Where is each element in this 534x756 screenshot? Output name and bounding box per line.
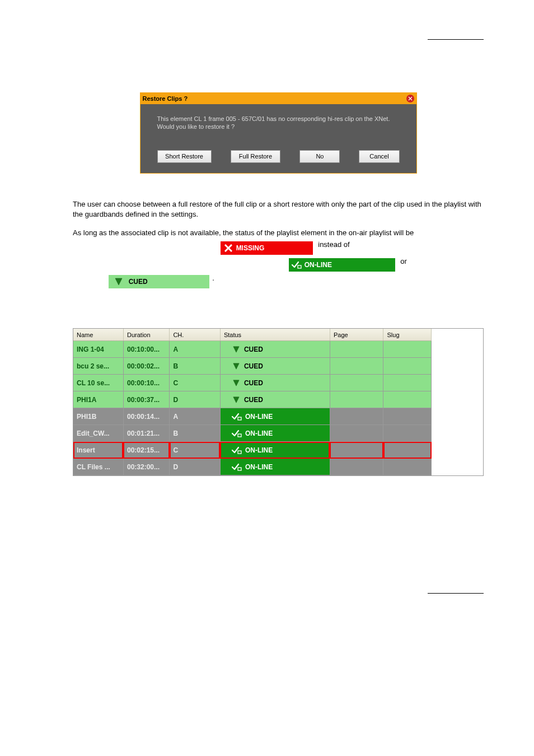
restore-dialog: Restore Clips ? This element CL 1 frame … bbox=[140, 92, 417, 174]
play-down-icon bbox=[232, 379, 241, 388]
status-badge-online: ON-LINE bbox=[289, 258, 395, 272]
status-badge-cued: CUED bbox=[109, 275, 209, 288]
playlist-table: Name Duration CH. Status Page Slug ING 1… bbox=[73, 328, 484, 476]
svg-rect-9 bbox=[238, 468, 241, 470]
description-text: The user can choose between a full resto… bbox=[73, 199, 484, 221]
play-down-icon bbox=[109, 278, 129, 286]
table-row[interactable]: CL Files ...00:32:00...DON-LINE bbox=[73, 459, 432, 475]
dialog-message-line2: Would you like to restore it ? bbox=[157, 123, 235, 130]
svg-rect-8 bbox=[238, 451, 241, 454]
cell-duration: 00:00:37... bbox=[124, 396, 169, 404]
cell-status: CUED bbox=[221, 395, 330, 404]
svg-marker-3 bbox=[233, 363, 239, 368]
cell-duration: 00:00:10... bbox=[124, 379, 169, 387]
th-status[interactable]: Status bbox=[220, 329, 330, 341]
cell-ch: B bbox=[170, 430, 219, 437]
th-duration[interactable]: Duration bbox=[123, 329, 169, 341]
play-down-icon bbox=[232, 395, 241, 404]
cell-ch: A bbox=[170, 346, 219, 353]
th-page[interactable]: Page bbox=[330, 329, 383, 341]
cell-status: ON-LINE bbox=[221, 463, 330, 472]
check-icon bbox=[232, 463, 242, 472]
cell-duration: 00:32:00... bbox=[124, 463, 169, 471]
th-name[interactable]: Name bbox=[73, 329, 123, 341]
paragraph-2c: or bbox=[400, 257, 407, 265]
no-button[interactable]: No bbox=[299, 150, 340, 163]
close-icon[interactable] bbox=[406, 95, 414, 102]
th-slug[interactable]: Slug bbox=[383, 329, 432, 341]
cell-ch: B bbox=[170, 362, 219, 370]
dialog-body: This element CL 1 frame 005 - 657C/01 ha… bbox=[140, 104, 416, 173]
cell-status: ON-LINE bbox=[221, 412, 330, 421]
cell-duration: 00:02:15... bbox=[124, 446, 169, 454]
play-down-icon bbox=[232, 345, 241, 354]
cell-status: CUED bbox=[221, 345, 330, 354]
check-icon bbox=[232, 412, 242, 421]
svg-marker-2 bbox=[233, 346, 239, 352]
svg-marker-1 bbox=[115, 278, 122, 285]
x-icon bbox=[221, 244, 236, 252]
table-row[interactable]: PHI1A00:00:37...DCUED bbox=[73, 391, 432, 408]
cell-ch: C bbox=[170, 446, 219, 454]
top-rule bbox=[428, 39, 484, 40]
cancel-button[interactable]: Cancel bbox=[359, 150, 399, 163]
cell-duration: 00:00:02... bbox=[124, 362, 169, 370]
paragraph-2b: instead of bbox=[318, 240, 349, 249]
paragraph-1: The user can choose between a full resto… bbox=[73, 199, 484, 221]
check-icon bbox=[289, 261, 305, 269]
cell-ch: D bbox=[170, 463, 219, 471]
table-row[interactable]: PHI1B00:00:14...AON-LINE bbox=[73, 408, 432, 425]
full-restore-button[interactable]: Full Restore bbox=[231, 150, 281, 163]
cell-duration: 00:10:00... bbox=[124, 346, 169, 353]
svg-marker-4 bbox=[233, 380, 239, 385]
paragraph-2d: . bbox=[212, 274, 214, 282]
cell-duration: 00:00:14... bbox=[124, 413, 169, 421]
cell-status: CUED bbox=[221, 379, 330, 388]
bottom-rule bbox=[428, 593, 484, 594]
cell-duration: 00:01:21... bbox=[124, 430, 169, 437]
status-badge-missing: MISSING bbox=[221, 241, 313, 255]
dialog-message: This element CL 1 frame 005 - 657C/01 ha… bbox=[157, 115, 400, 131]
dialog-buttons: Short Restore Full Restore No Cancel bbox=[157, 150, 400, 163]
cell-name: CL Files ... bbox=[73, 463, 123, 471]
cell-ch: D bbox=[170, 396, 219, 404]
cell-status: CUED bbox=[221, 362, 330, 371]
svg-marker-5 bbox=[233, 396, 239, 402]
svg-rect-7 bbox=[238, 434, 241, 437]
paragraph-2a: As long as the associated clip is not av… bbox=[73, 228, 414, 237]
cell-name: Edit_CW... bbox=[73, 430, 123, 437]
table-row[interactable]: CL 10 se...00:00:10...CCUED bbox=[73, 375, 432, 391]
th-ch[interactable]: CH. bbox=[170, 329, 220, 341]
dialog-titlebar: Restore Clips ? bbox=[140, 93, 416, 104]
svg-rect-6 bbox=[238, 417, 241, 420]
cell-name: PHI1A bbox=[73, 396, 123, 404]
check-icon bbox=[232, 429, 242, 438]
cell-ch: C bbox=[170, 379, 219, 387]
table-row[interactable]: Edit_CW...00:01:21...BON-LINE bbox=[73, 425, 432, 442]
cell-name: Insert bbox=[73, 446, 123, 454]
cell-status: ON-LINE bbox=[221, 446, 330, 455]
svg-rect-0 bbox=[298, 265, 301, 268]
check-icon bbox=[232, 446, 242, 455]
cell-ch: A bbox=[170, 413, 219, 421]
table-row[interactable]: bcu 2 se...00:00:02...BCUED bbox=[73, 358, 432, 375]
cell-name: bcu 2 se... bbox=[73, 362, 123, 370]
cell-name: CL 10 se... bbox=[73, 379, 123, 387]
play-down-icon bbox=[232, 362, 241, 371]
table-header-row: Name Duration CH. Status Page Slug bbox=[73, 329, 432, 341]
cell-status: ON-LINE bbox=[221, 429, 330, 438]
table-row[interactable]: Insert00:02:15...CON-LINE bbox=[73, 442, 432, 459]
short-restore-button[interactable]: Short Restore bbox=[157, 150, 212, 163]
cell-name: ING 1-04 bbox=[73, 346, 123, 353]
cell-name: PHI1B bbox=[73, 413, 123, 421]
dialog-message-line1: This element CL 1 frame 005 - 657C/01 ha… bbox=[157, 115, 390, 122]
dialog-title: Restore Clips ? bbox=[143, 95, 188, 102]
table-row[interactable]: ING 1-0400:10:00...ACUED bbox=[73, 341, 432, 358]
